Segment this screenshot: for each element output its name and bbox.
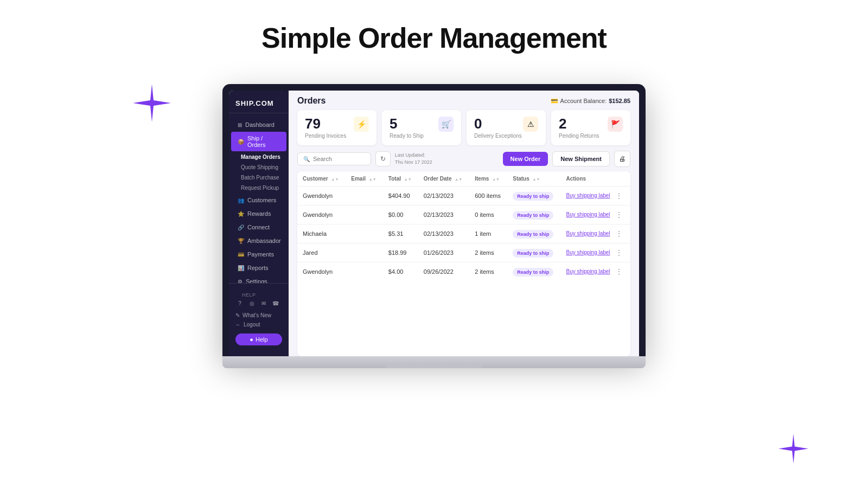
col-total[interactable]: Total ▲▼ [383,171,418,187]
new-shipment-button[interactable]: New Shipment [552,151,610,166]
stat-number: 0 [474,117,522,131]
sidebar-item-rewards[interactable]: ⭐ Rewards [231,207,286,220]
sort-icons: ▲▼ [404,177,412,181]
logout-link[interactable]: ← Logout [235,320,282,329]
cell-status: Ready to ship [507,224,560,243]
phone-icon[interactable]: ☎ [271,299,280,307]
sidebar-item-customers[interactable]: 👥 Customers [231,194,286,207]
sidebar-item-label: Reports [247,265,269,271]
buy-shipping-label-link[interactable]: Buy shipping label [566,268,610,274]
page-title: Simple Order Management [0,0,868,54]
cell-customer: Gwendolyn [297,206,346,224]
refresh-button[interactable]: ↻ [375,151,391,166]
search-icon: 🔍 [303,156,310,162]
buy-shipping-label-link[interactable]: Buy shipping label [566,230,610,236]
cell-actions: Buy shipping label ⋮ [560,243,630,262]
print-icon: 🖨 [619,155,626,163]
table-body: Gwendolyn $404.90 02/13/2023 600 items R… [297,187,630,281]
stat-number: 5 [390,117,424,131]
buy-shipping-label-link[interactable]: Buy shipping label [566,249,610,255]
sidebar-sub-batch-purchase[interactable]: Batch Purchase [229,172,289,183]
sidebar-sub-manage-orders[interactable]: Manage Orders [229,152,289,162]
stat-info: 2 Pending Returns [559,117,599,139]
row-actions-menu[interactable]: ⋮ [615,267,623,276]
question-icon[interactable]: ? [235,299,244,307]
sidebar-item-settings[interactable]: ⚙ Settings [231,275,286,283]
sort-icons: ▲▼ [331,177,339,181]
cell-order-date: 02/13/2023 [418,224,469,243]
sidebar-sub-request-pickup[interactable]: Request Pickup [229,183,289,193]
cell-items: 600 items [469,187,507,206]
cell-order-date: 02/13/2023 [418,187,469,206]
settings-icon: ⚙ [238,279,242,284]
laptop-screen: SHIP.COM ⊞ Dashboard 📦 Ship / Orders Man… [222,84,646,356]
col-items[interactable]: Items ▲▼ [469,171,507,187]
balance-value: $152.85 [609,98,630,104]
ambassador-icon: 🏆 [238,238,244,244]
sidebar-item-dashboard[interactable]: ⊞ Dashboard [231,118,286,131]
row-actions-menu[interactable]: ⋮ [615,248,623,257]
cell-customer: Gwendolyn [297,262,346,281]
sidebar-item-label: Connect [247,224,270,230]
status-badge: Ready to ship [513,211,553,220]
cell-total: $18.99 [383,243,418,262]
stat-icon-pending: ⚡ [354,117,369,132]
cell-total: $4.00 [383,262,418,281]
cell-actions: Buy shipping label ⋮ [560,206,630,224]
cell-customer: Michaela [297,224,346,243]
stat-info: 5 Ready to Ship [390,117,424,139]
stat-info: 79 Pending Invoices [305,117,346,139]
row-actions-menu[interactable]: ⋮ [615,210,623,219]
dashboard-icon: ⊞ [238,122,242,128]
sidebar-item-connect[interactable]: 🔗 Connect [231,221,286,234]
search-box[interactable]: 🔍 [297,152,371,165]
last-updated-label: Last Updated: [395,152,432,159]
buy-shipping-label-link[interactable]: Buy shipping label [566,192,610,198]
help-button[interactable]: ● Help [235,333,282,345]
last-updated: Last Updated: Thu Nov 17 2022 [395,152,432,165]
new-order-button[interactable]: New Order [503,152,548,166]
stat-icon-exceptions: ⚠ [523,117,538,132]
col-order-date[interactable]: Order Date ▲▼ [418,171,469,187]
sidebar-item-label: Dashboard [245,121,275,128]
balance-label: Account Balance: [560,98,607,104]
account-balance: 💳 Account Balance: $152.85 [551,98,630,105]
logo-area: SHIP.COM [229,97,289,113]
sub-label: Batch Purchase [241,175,279,181]
cell-order-date: 01/26/2023 [418,243,469,262]
mail-icon[interactable]: ✉ [259,299,268,307]
sidebar-item-label: Rewards [247,210,271,217]
cell-total: $404.90 [383,187,418,206]
search-input[interactable] [313,156,365,162]
sub-label: Manage Orders [241,154,280,160]
stat-label: Pending Invoices [305,133,346,139]
laptop-container: SHIP.COM ⊞ Dashboard 📦 Ship / Orders Man… [222,84,646,368]
cell-order-date: 02/13/2023 [418,206,469,224]
circle-icon[interactable]: ◎ [247,299,256,307]
sidebar-item-payments[interactable]: 💳 Payments [231,248,286,261]
cell-email [346,206,383,224]
sidebar-sub-quote-shipping[interactable]: Quote Shipping [229,162,289,172]
logo: SHIP.COM [235,99,282,107]
sidebar-item-ambassador[interactable]: 🏆 Ambassador [231,234,286,247]
cell-status: Ready to ship [507,187,560,206]
row-actions-menu[interactable]: ⋮ [615,191,623,200]
col-email[interactable]: Email ▲▼ [346,171,383,187]
cell-email [346,243,383,262]
sidebar-item-label: Ship / Orders [247,135,280,148]
stat-number: 2 [559,117,599,131]
buy-shipping-label-link[interactable]: Buy shipping label [566,211,610,217]
stat-info: 0 Delivery Exceptions [474,117,522,139]
sidebar-item-reports[interactable]: 📊 Reports [231,261,286,274]
col-status[interactable]: Status ▲▼ [507,171,560,187]
sidebar-item-label: Payments [247,251,274,258]
cell-status: Ready to ship [507,262,560,281]
col-customer[interactable]: Customer ▲▼ [297,171,346,187]
cell-items: 1 item [469,224,507,243]
col-actions: Actions [560,171,630,187]
sidebar-item-ship-orders[interactable]: 📦 Ship / Orders [231,132,286,151]
row-actions-menu[interactable]: ⋮ [615,229,623,238]
help-icons-row: ? ◎ ✉ ☎ [235,299,282,307]
print-button[interactable]: 🖨 [614,151,630,167]
whats-new-link[interactable]: ✎ What's New [235,311,282,320]
